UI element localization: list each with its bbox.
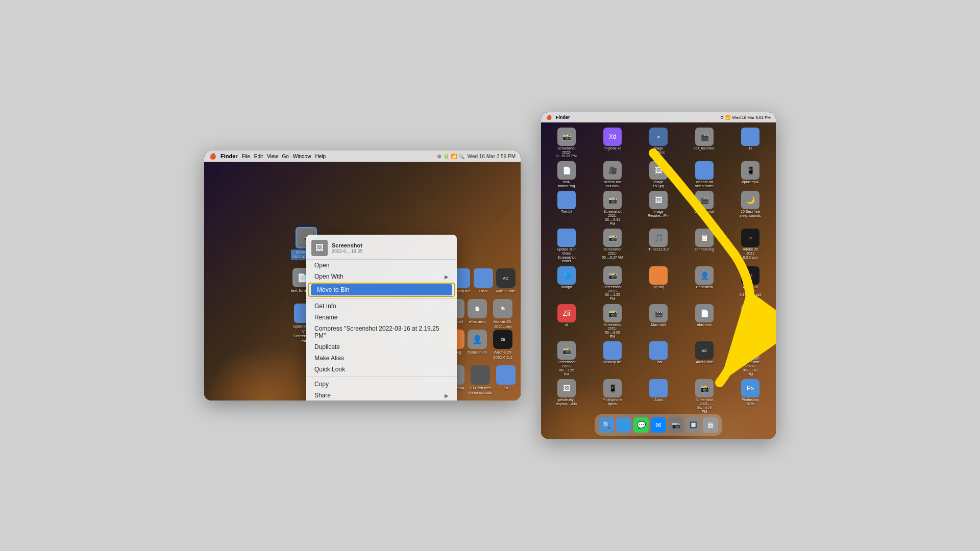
context-get-info[interactable]: Get Info	[306, 300, 457, 312]
desktop-icon-debashish[interactable]: 👤 Debashish	[468, 330, 487, 365]
finder-menu[interactable]: Finder	[220, 153, 238, 159]
right-icon-twinbit[interactable]: Twinbit	[545, 191, 588, 226]
desktop-icon-sleep[interactable]: 10 Best free sleep sounds	[468, 365, 493, 395]
r-update-blur-label: update Blur Video Screenshot folder	[556, 247, 577, 263]
right-icon-adobe-zip[interactable]: 🗜 Adobe-Zii-2021...[con].zip	[729, 304, 772, 339]
right-icon-xd[interactable]: Xd ringtone.xd	[591, 128, 634, 158]
right-icon-zii-red[interactable]: Zii zii	[545, 304, 588, 339]
zip-label: Adobe-Zii-2021...zip	[490, 319, 516, 329]
desktop-icon-1x[interactable]: 1x	[496, 365, 516, 395]
desktop-icon-adobe-zii[interactable]: Zii Adobe Zii 2021 6.1.1	[490, 330, 516, 365]
right-icon-screen-rec[interactable]: 🎥 screen rec blur.mov	[591, 161, 634, 188]
r-screen-rec-label: screen rec blur.mov	[602, 180, 623, 188]
right-icon-adobe-zii-611[interactable]: Zii Adobe Zii 2021 6.1.1_[A...ezii.com]	[729, 266, 772, 301]
r-screenshot-135-img: 📸	[603, 266, 622, 285]
right-icon-maxmp4[interactable]: 🎬 Max.mp4	[637, 304, 680, 339]
right-icon-image-require[interactable]: 🖼 Image Require...iPhone	[637, 191, 680, 226]
right-icon-afrat[interactable]: AC Afrat Code	[683, 341, 726, 376]
right-icon-jpg-svg[interactable]: jpg.svg	[637, 266, 680, 301]
right-icon-screenshot-341[interactable]: 📸 Screenshot 2021-06-...3.41 PM	[591, 191, 634, 226]
context-open[interactable]: Open	[306, 260, 457, 271]
r-mockup-img	[603, 341, 622, 360]
context-copy[interactable]: Copy	[306, 379, 457, 390]
sleep-label: 10 Best free sleep sounds	[468, 386, 493, 395]
r-1x-label: 1x	[748, 146, 752, 151]
dock-preview[interactable]: 📷	[668, 417, 683, 433]
right-icon-screenshot-135[interactable]: 📸 Screenshot 2021-06-...1.35 PM	[591, 266, 634, 301]
right-icon-screenshot-top[interactable]: 📸 Screenshot 2022-0...19.26 PM	[545, 128, 588, 158]
menubar-right-controls: ⚙ 📶 Wed 16 Mar 3:01 PM	[720, 115, 771, 120]
right-icon-final[interactable]: Final	[637, 341, 680, 376]
debashish-label: Debashish	[468, 350, 487, 355]
right-icon-contract[interactable]: 📋 contract.svg	[683, 229, 726, 263]
right-icon-screenshot-806[interactable]: 📸 Screenshot 2021-06-...8.06 PM	[591, 304, 634, 339]
dock-finder[interactable]: 🔍	[599, 417, 614, 433]
right-icon-comp1[interactable]: 🎬 Comp 1.mov	[683, 191, 726, 226]
finder-menu-right[interactable]: Finder	[556, 115, 570, 120]
dock: 🔍 🌐 💬 ✉ 📷 🔲 🗑	[595, 414, 722, 436]
right-icon-screenshot-141[interactable]: 📸 Screenshot 2021-06-...1.41 PM	[729, 341, 772, 376]
dock-safari[interactable]: 🌐	[616, 417, 631, 433]
right-icon-adobe-zii-603[interactable]: Zii Adobe Zii 2021 6.0.3.app	[729, 229, 772, 263]
right-icon-call-recorder[interactable]: 🎬 call_recorder.mov	[683, 128, 726, 158]
desktop-icon-zip[interactable]: 🗜 Adobe-Zii-2021...zip	[490, 299, 516, 334]
dock-photos-multi[interactable]: 🔲	[685, 417, 701, 433]
right-icon-6plus[interactable]: 📱 6plus.mp4	[729, 161, 772, 188]
right-icon-screenshot-735[interactable]: 📸 Screenshot 2021-06-...7.35 PM	[545, 341, 588, 376]
dock-messages[interactable]: 💬	[633, 417, 649, 433]
r-screenshot-806-label: Screenshot 2021-06-...8.06 PM	[602, 323, 623, 339]
dock-mail[interactable]: ✉	[651, 417, 666, 433]
right-icon-apps[interactable]: Apps	[637, 379, 680, 413]
view-menu[interactable]: View	[267, 154, 278, 159]
context-rename[interactable]: Rename	[306, 312, 457, 323]
r-screenshot-806-img: 📸	[603, 304, 622, 322]
r-itunes-label: iTunes12.&.3.dmg	[648, 247, 669, 252]
r-photoshop-img: Ps	[741, 379, 760, 397]
right-icon-efax[interactable]: 📄 efax.mov	[683, 304, 726, 339]
r-6plus-label: 6plus.mp4	[742, 180, 758, 184]
right-icon-photoshop-2020[interactable]: Ps Photoshop 2020	[729, 379, 772, 413]
context-separator-1	[306, 298, 457, 299]
right-icon-final-iphone[interactable]: 📱 Final Iphone 6plus	[591, 379, 634, 413]
right-icon-widgpt[interactable]: 🔷 widgpt	[545, 266, 588, 301]
file-menu[interactable]: File	[242, 154, 250, 159]
help-menu[interactable]: Help	[315, 154, 326, 159]
context-move-to-bin[interactable]: Move to Bin	[311, 284, 452, 295]
right-icon-text-format[interactable]: 📄 text-format.svg	[545, 161, 588, 188]
context-menu-file-info: Screenshot 2022-0... 19.25	[332, 242, 363, 254]
desktop-icon-efax[interactable]: 📄 efax.mov	[468, 299, 487, 334]
go-menu[interactable]: Go	[282, 154, 288, 159]
r-image13-img: W	[649, 128, 668, 146]
right-icon-mockup[interactable]: Mockup file	[591, 341, 634, 376]
right-icon-sleep-sounds[interactable]: 🌙 10 Best free sleep sounds	[729, 191, 772, 226]
edit-menu[interactable]: Edit	[254, 154, 263, 159]
dock-trash[interactable]: 🗑	[703, 417, 718, 433]
desktop-icon-final[interactable]: Final	[474, 268, 493, 304]
r-xd-label: ringtone.xd	[604, 146, 622, 151]
window-menu[interactable]: Window	[293, 154, 311, 159]
right-icon-screenshot-028[interactable]: 📸 Screenshot 2021-06-...0.28 PM	[683, 379, 726, 413]
r-screen-rec-img: 🎥	[603, 161, 622, 180]
right-icon-screenshot-827[interactable]: 📸 Screenshot 2021-06-...8.27 AM	[591, 229, 634, 263]
r-twinbit-label: Twinbit	[561, 210, 572, 214]
context-share[interactable]: Share ▶	[306, 390, 457, 400]
apple-logo-right-icon: 🍎	[546, 115, 552, 120]
right-icon-cleaner[interactable]: cleaner ad video folder	[683, 161, 726, 188]
1x-label: 1x	[504, 386, 508, 391]
context-duplicate[interactable]: Duplicate	[306, 341, 457, 353]
right-icon-debashish[interactable]: 👤 Debashish	[683, 266, 726, 301]
right-icon-1x[interactable]: 1x	[729, 128, 772, 158]
status-icons: ⚙ 📶	[720, 115, 730, 120]
right-icon-itunes[interactable]: 🎵 iTunes12.&.3.dmg	[637, 229, 680, 263]
desktop-icon-afrat[interactable]: AC Afrat Code	[496, 268, 516, 304]
r-image13-label: image 13.docx	[648, 146, 669, 154]
context-quick-look[interactable]: Quick Look	[306, 364, 457, 375]
context-open-with[interactable]: Open With ▶	[306, 271, 457, 282]
right-icon-image13[interactable]: W image 13.docx	[637, 128, 680, 158]
right-icon-update-blur[interactable]: update Blur Video Screenshot folder	[545, 229, 588, 263]
context-compress[interactable]: Compress "Screenshot 2022-03-16 at 2.19.…	[306, 323, 457, 341]
right-icon-peslie[interactable]: 🖼 peslie-ety-tarytun-...434.png	[545, 379, 588, 413]
context-make-alias[interactable]: Make Alias	[306, 353, 457, 364]
right-icon-image150[interactable]: 🖼 Image 150.jpg	[637, 161, 680, 188]
r-screenshot-735-label: Screenshot 2021-06-...7.35 PM	[556, 360, 577, 376]
